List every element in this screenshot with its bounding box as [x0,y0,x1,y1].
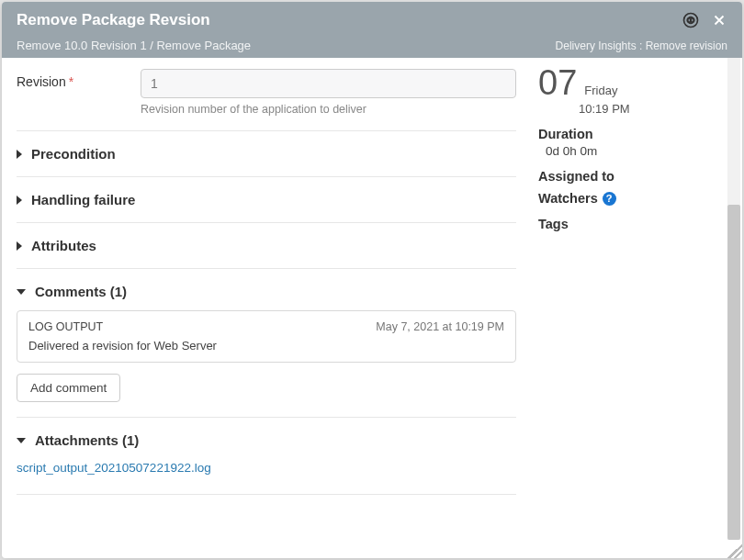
scrollbar-thumb[interactable] [727,205,740,540]
dialog: Remove Package Revsion Remove 10.0 Revis… [2,2,742,558]
duration-label: Duration [538,127,727,141]
close-icon[interactable] [711,12,727,28]
precondition-toggle[interactable]: Precondition [17,146,516,162]
dialog-title: Remove Package Revsion [17,11,210,29]
comment-time: May 7, 2021 at 10:19 PM [376,320,504,333]
precondition-title: Precondition [31,146,116,162]
comments-title: Comments (1) [35,284,127,299]
revision-row: Revision* Revision number of the applica… [17,69,516,116]
chevron-right-icon [17,150,22,159]
revision-help: Revision number of the application to de… [141,103,516,116]
day-number: 07 [538,65,577,100]
attachments-title: Attachments (1) [35,432,139,448]
dialog-body: Revision* Revision number of the applica… [2,58,742,558]
handling-failure-title: Handling failure [31,192,135,207]
chevron-right-icon [17,241,22,251]
comment-text: Delivered a revision for Web Server [28,339,504,353]
chevron-right-icon [17,196,22,205]
weekday-label: Friday [584,84,617,97]
comment-author: LOG OUTPUT [28,320,103,333]
chevron-down-icon [17,438,26,443]
watchers-label: Watchers [538,191,598,206]
handling-failure-toggle[interactable]: Handling failure [17,192,516,207]
svg-point-2 [691,18,694,22]
copyright-icon[interactable] [682,11,700,29]
section-precondition: Precondition [17,130,516,176]
required-marker: * [69,74,73,89]
revision-label: Revision* [17,69,141,89]
revision-label-text: Revision [17,74,66,89]
dialog-header: Remove Package Revsion Remove 10.0 Revis… [2,2,742,58]
resize-handle[interactable] [727,543,742,558]
breadcrumb: Remove 10.0 Revision 1 / Remove Package [17,39,251,52]
attachments-toggle[interactable]: Attachments (1) [17,432,516,448]
attachment-link[interactable]: script_output_20210507221922.log [17,461,211,475]
context-label: Delivery Insights : Remove revision [556,39,727,52]
tags-label: Tags [538,217,727,231]
revision-input[interactable] [141,69,516,98]
comments-toggle[interactable]: Comments (1) [17,284,516,299]
attributes-title: Attributes [31,238,96,253]
side-column: 07 Friday 10:19 PM Duration 0d 0h 0m Ass… [531,58,742,558]
attributes-toggle[interactable]: Attributes [17,238,516,253]
date-row: 07 Friday [538,65,727,100]
main-column: Revision* Revision number of the applica… [2,58,531,558]
time-label: 10:19 PM [579,102,727,116]
section-comments: Comments (1) LOG OUTPUT May 7, 2021 at 1… [17,268,516,417]
assigned-to-label: Assigned to [538,169,727,184]
help-icon[interactable]: ? [603,192,616,206]
section-attachments: Attachments (1) script_output_2021050722… [17,417,516,495]
comment-item: LOG OUTPUT May 7, 2021 at 10:19 PM Deliv… [17,310,516,363]
section-handling-failure: Handling failure [17,176,516,222]
section-attributes: Attributes [17,222,516,268]
add-comment-button[interactable]: Add comment [17,374,120,402]
chevron-down-icon [17,289,26,295]
duration-value: 0d 0h 0m [546,144,727,158]
watchers-row: Watchers ? [538,191,727,206]
